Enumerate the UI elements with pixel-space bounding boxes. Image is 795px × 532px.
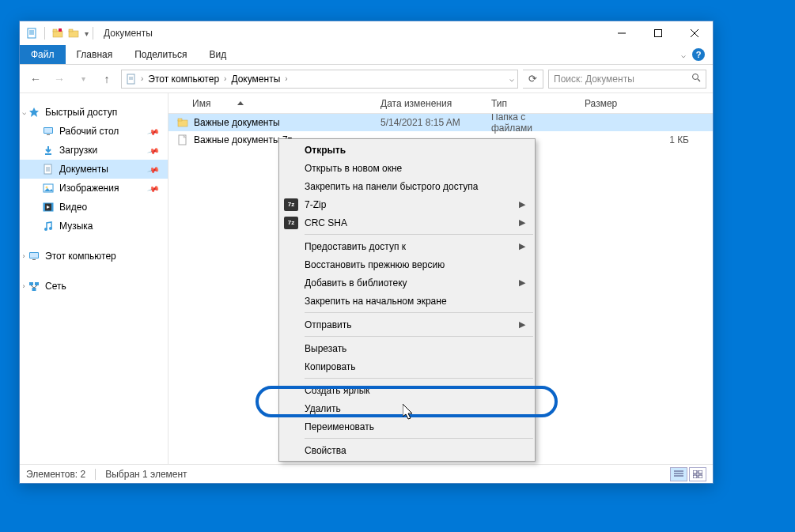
context-menu-item[interactable]: Копировать	[279, 357, 535, 375]
column-name[interactable]: Имя	[168, 93, 373, 113]
file-row[interactable]: Важные документы5/14/2021 8:15 AMПапка с…	[168, 114, 713, 131]
help-icon[interactable]: ?	[692, 48, 705, 61]
file-date: 5/14/2021 8:15 AM	[373, 114, 483, 131]
chevron-down-icon[interactable]: ⌵	[20, 108, 28, 116]
context-menu-item[interactable]: Открыть	[279, 141, 535, 159]
view-details-icon[interactable]	[670, 467, 687, 481]
desktop-icon	[42, 125, 55, 138]
column-headers: Имя Дата изменения Тип Размер	[168, 93, 713, 114]
address-bar[interactable]: › Этот компьютер › Документы › ⌵	[121, 70, 518, 89]
new-folder-icon[interactable]	[51, 26, 65, 40]
context-menu-label: CRC SHA	[305, 217, 347, 228]
qat-dropdown-icon[interactable]: ▾	[85, 29, 89, 38]
context-menu-item[interactable]: Добавить в библиотеку▶	[279, 274, 535, 292]
separator	[93, 27, 93, 40]
minimize-button[interactable]	[604, 21, 640, 45]
context-menu-item[interactable]: Восстановить прежнюю версию	[279, 255, 535, 274]
svg-rect-45	[178, 119, 182, 121]
sidebar-item[interactable]: Рабочий стол📌	[20, 122, 168, 141]
context-menu-item[interactable]: Свойства	[279, 441, 535, 459]
context-menu-separator	[305, 234, 533, 235]
status-selection: Выбран 1 элемент	[105, 469, 187, 480]
sidebar-item-label: Быстрый доступ	[45, 107, 117, 118]
svg-rect-20	[44, 128, 52, 133]
tab-share[interactable]: Поделиться	[123, 45, 198, 64]
file-size: 1 КБ	[577, 131, 713, 149]
context-menu-item[interactable]: 7z7-Zip▶	[279, 195, 535, 213]
navigation-pane: ⌵ Быстрый доступ Рабочий стол📌Загрузки📌Д…	[20, 93, 168, 464]
tab-home[interactable]: Главная	[66, 45, 124, 64]
location-icon	[125, 73, 138, 85]
recent-dropdown[interactable]: ▾	[74, 70, 93, 89]
context-menu-item[interactable]: Создать ярлык	[279, 381, 535, 399]
view-mode-icons	[670, 467, 706, 481]
column-type[interactable]: Тип	[483, 93, 577, 113]
svg-rect-6	[59, 28, 62, 32]
context-menu-separator	[305, 378, 533, 379]
sidebar-this-pc[interactable]: › Этот компьютер	[20, 247, 168, 266]
sidebar-item[interactable]: Документы📌	[20, 160, 168, 179]
search-placeholder: Поиск: Документы	[554, 74, 634, 85]
folder-icon[interactable]	[66, 26, 81, 40]
tab-file[interactable]: Файл	[20, 45, 66, 64]
context-menu-item[interactable]: Отправить▶	[279, 315, 535, 334]
sidebar-item[interactable]: Изображения📌	[20, 179, 168, 198]
context-menu-item[interactable]: Вырезать	[279, 339, 535, 357]
svg-line-17	[698, 79, 700, 81]
context-menu-item[interactable]: Закрепить на панели быстрого доступа	[279, 177, 535, 195]
context-menu-item[interactable]: Открыть в новом окне	[279, 159, 535, 177]
context-menu-label: Закрепить на начальном экране	[305, 296, 447, 307]
address-history-icon[interactable]: ⌵	[509, 74, 514, 83]
sidebar-network[interactable]: › Сеть	[20, 277, 168, 296]
view-thumbnails-icon[interactable]	[689, 467, 706, 481]
maximize-button[interactable]	[640, 21, 676, 45]
back-button[interactable]: ←	[26, 70, 45, 89]
svg-rect-37	[30, 253, 38, 258]
svg-rect-52	[698, 470, 702, 474]
network-icon	[28, 280, 40, 292]
svg-marker-18	[29, 108, 39, 117]
refresh-button[interactable]: ⟳	[523, 70, 543, 89]
svg-rect-5	[53, 29, 57, 32]
svg-rect-39	[29, 282, 33, 285]
title-bar: ▾ Документы	[20, 21, 713, 45]
context-menu-label: Вырезать	[305, 343, 346, 354]
separator	[44, 27, 45, 40]
context-menu-item[interactable]: Переименовать	[279, 417, 535, 436]
close-button[interactable]	[676, 21, 713, 45]
svg-line-42	[31, 285, 34, 288]
file-size	[577, 114, 713, 131]
search-input[interactable]: Поиск: Документы	[548, 70, 706, 89]
up-button[interactable]: ↑	[97, 70, 116, 89]
context-menu-item[interactable]: Предоставить доступ к▶	[279, 237, 535, 255]
context-menu-item[interactable]: Закрепить на начальном экране	[279, 292, 535, 310]
context-menu-item[interactable]: 7zCRC SHA▶	[279, 213, 535, 232]
chevron-right-icon[interactable]: ›	[285, 74, 287, 83]
submenu-arrow-icon: ▶	[519, 241, 525, 251]
column-date[interactable]: Дата изменения	[373, 93, 483, 113]
context-menu-label: Открыть в новом окне	[305, 163, 402, 174]
chevron-right-icon[interactable]: ›	[20, 282, 28, 290]
tab-view[interactable]: Вид	[198, 45, 237, 64]
breadcrumb-this-pc[interactable]: Этот компьютер	[146, 74, 221, 85]
search-icon	[691, 73, 701, 85]
sidebar-quick-access[interactable]: ⌵ Быстрый доступ	[20, 103, 168, 122]
properties-icon[interactable]	[25, 26, 39, 40]
chevron-right-icon[interactable]: ›	[224, 74, 226, 83]
chevron-right-icon[interactable]: ›	[20, 252, 28, 260]
forward-button[interactable]: →	[50, 70, 69, 89]
breadcrumb-documents[interactable]: Документы	[229, 74, 282, 85]
ribbon-expand-icon[interactable]: ⌵	[681, 51, 686, 59]
svg-rect-38	[32, 259, 36, 260]
chevron-right-icon[interactable]: ›	[141, 74, 143, 83]
svg-line-43	[34, 285, 37, 288]
sidebar-item[interactable]: Видео	[20, 198, 168, 217]
file-icon	[176, 134, 189, 146]
column-size[interactable]: Размер	[577, 93, 713, 113]
sidebar-item[interactable]: Музыка	[20, 217, 168, 236]
sidebar-item[interactable]: Загрузки📌	[20, 141, 168, 160]
context-menu-label: Копировать	[305, 361, 356, 372]
svg-rect-31	[44, 203, 45, 211]
address-row: ← → ▾ ↑ › Этот компьютер › Документы › ⌵…	[20, 65, 713, 93]
context-menu-item[interactable]: Удалить	[279, 399, 535, 417]
